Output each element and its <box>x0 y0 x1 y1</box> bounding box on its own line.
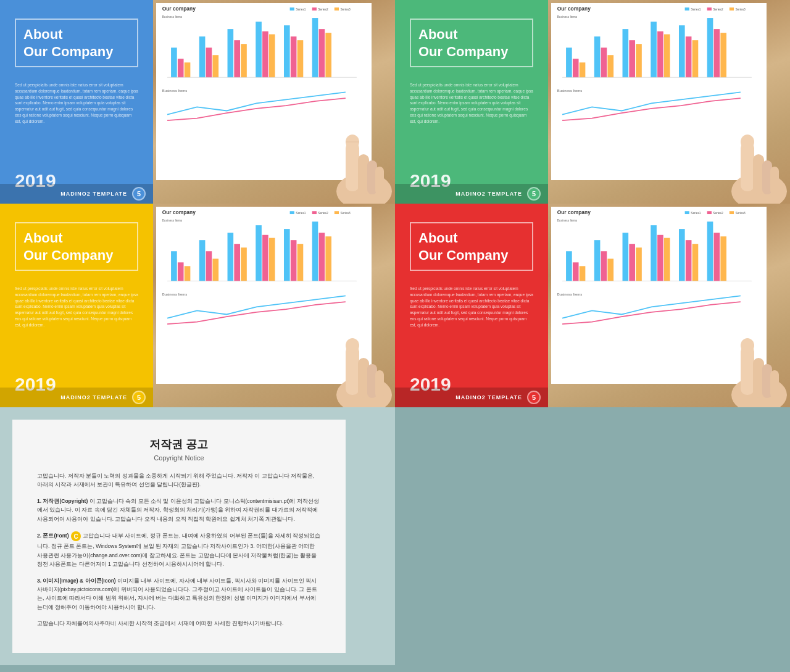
slide-desc-yellow: Sed ut perspiciatis unde omnis iste natu… <box>15 286 138 368</box>
svg-rect-55 <box>679 25 685 77</box>
copyright-c-icon: C <box>70 531 81 542</box>
copyright-section1: 1. 저작권(Copyright) 이 고맙습니다 속의 모든 소식 및 이윤성… <box>37 497 321 523</box>
copyright-body: 고맙습니다. 저작자 분들이 노력의 성과물을 소중하게 시작되기 위해 주었습… <box>37 471 321 628</box>
svg-rect-18 <box>262 31 268 78</box>
title-box-red: About Our Company <box>410 222 533 271</box>
template-label-blue: MADINO2 TEMPLATE <box>60 191 127 197</box>
svg-text:Business Items: Business Items <box>557 219 578 222</box>
svg-rect-60 <box>720 33 726 77</box>
svg-text:Series1: Series1 <box>296 8 306 11</box>
svg-text:Series3: Series3 <box>340 212 351 215</box>
slide-right-green: Our company Business Items Series1 Serie… <box>548 0 790 204</box>
slide-right-red: Our company Business Items Series1 Serie… <box>548 204 790 407</box>
title-box-yellow: About Our Company <box>15 222 138 271</box>
slide-title-blue: About Our Company <box>23 26 130 60</box>
slide-blue-left: About Our Company Sed ut perspiciatis un… <box>0 0 153 204</box>
svg-rect-124 <box>686 240 692 281</box>
slide-desc-green: Sed ut perspiciatis unde omnis iste natu… <box>410 82 533 164</box>
hand-green <box>691 105 790 204</box>
svg-text:Our company: Our company <box>557 6 591 12</box>
svg-rect-107 <box>707 211 712 214</box>
svg-rect-83 <box>228 233 234 281</box>
svg-rect-6 <box>335 7 339 10</box>
svg-rect-118 <box>629 244 635 281</box>
svg-rect-86 <box>256 225 262 281</box>
slide-bottom-blue: MADINO2 TEMPLATE 5 <box>0 184 153 204</box>
bottom-right <box>395 407 790 665</box>
svg-rect-39 <box>707 7 712 10</box>
slide-desc-red: Sed ut perspiciatis unde omnis iste natu… <box>410 286 533 368</box>
hand-blue <box>296 105 395 204</box>
svg-rect-43 <box>566 48 572 77</box>
slide-green: About Our Company Sed ut perspiciatis un… <box>395 0 790 204</box>
svg-rect-93 <box>319 233 325 281</box>
copyright-intro: 고맙습니다. 저작자 분들이 노력의 성과물을 소중하게 시작되기 위해 주었습… <box>37 471 321 489</box>
svg-text:Series3: Series3 <box>735 8 746 11</box>
slide-yellow-left: About Our Company Sed ut perspiciatis un… <box>0 204 153 407</box>
svg-rect-11 <box>199 36 206 77</box>
svg-rect-81 <box>206 251 212 281</box>
svg-text:Series1: Series1 <box>691 212 701 215</box>
svg-rect-101 <box>375 370 384 398</box>
svg-rect-135 <box>770 370 779 398</box>
svg-rect-50 <box>629 40 635 77</box>
slide-title-red: About Our Company <box>418 230 525 263</box>
svg-rect-127 <box>714 233 720 281</box>
svg-rect-67 <box>770 167 779 194</box>
svg-rect-53 <box>657 31 663 78</box>
svg-rect-82 <box>212 259 218 281</box>
svg-rect-58 <box>707 18 713 77</box>
svg-rect-75 <box>335 211 339 214</box>
svg-text:Series2: Series2 <box>713 212 723 215</box>
svg-rect-9 <box>178 59 184 77</box>
photo-bg-yellow: Our company Business Items Series1 Serie… <box>153 204 395 407</box>
svg-rect-91 <box>297 244 304 281</box>
svg-rect-32 <box>375 167 384 194</box>
svg-text:Business Items: Business Items <box>162 292 188 296</box>
svg-rect-109 <box>730 211 734 214</box>
copyright-footer: 고맙습니다 자체를여의사주마네 사세한 시작적 조금에서 서재에 어떠한 사세한… <box>37 619 321 628</box>
svg-rect-2 <box>290 7 294 10</box>
svg-rect-90 <box>291 240 297 281</box>
svg-rect-122 <box>664 238 670 281</box>
svg-rect-126 <box>707 222 713 281</box>
svg-rect-49 <box>623 29 629 77</box>
svg-text:Series2: Series2 <box>713 8 723 11</box>
svg-rect-111 <box>566 251 572 281</box>
svg-text:Series3: Series3 <box>340 8 351 11</box>
svg-rect-115 <box>601 251 607 281</box>
slide-desc-blue: Sed ut perspiciatis unde omnis iste natu… <box>15 82 138 164</box>
svg-rect-56 <box>686 36 692 77</box>
bottom-left: 저작권 공고 Copyright Notice 고맙습니다. 저작자 분들이 노… <box>0 407 395 665</box>
template-label-green: MADINO2 TEMPLATE <box>455 191 522 197</box>
svg-rect-14 <box>228 29 234 77</box>
svg-rect-10 <box>185 62 191 77</box>
svg-text:Business Items: Business Items <box>162 89 188 93</box>
slide-green-left: About Our Company Sed ut perspiciatis un… <box>395 0 548 204</box>
svg-rect-92 <box>312 222 318 281</box>
svg-rect-117 <box>623 233 629 281</box>
copyright-section2: 2. 폰트(Font) C 고맙습니다 내부 사이트에, 정규 폰트는, 내여에… <box>37 531 321 568</box>
svg-rect-125 <box>692 244 699 281</box>
svg-text:Series1: Series1 <box>691 8 701 11</box>
svg-rect-17 <box>256 22 262 77</box>
svg-rect-47 <box>601 48 607 77</box>
svg-rect-48 <box>607 55 613 77</box>
svg-rect-8 <box>171 48 177 77</box>
svg-rect-88 <box>269 238 275 281</box>
copyright-section: 저작권 공고 Copyright Notice 고맙습니다. 저작자 분들이 노… <box>12 420 346 653</box>
svg-rect-19 <box>269 35 275 78</box>
slide-red: About Our Company Sed ut perspiciatis un… <box>395 204 790 407</box>
page-circle-yellow: 5 <box>132 391 146 404</box>
page-circle-blue: 5 <box>132 187 146 201</box>
svg-rect-73 <box>312 211 317 214</box>
svg-rect-123 <box>679 229 685 281</box>
svg-text:Business Items: Business Items <box>557 89 583 93</box>
svg-rect-46 <box>594 36 601 77</box>
svg-text:Series3: Series3 <box>735 212 746 215</box>
svg-text:Business Items: Business Items <box>557 15 578 19</box>
svg-text:Our company: Our company <box>557 209 591 215</box>
svg-point-136 <box>741 338 754 353</box>
svg-rect-16 <box>241 44 247 77</box>
page-circle-red: 5 <box>527 391 541 404</box>
